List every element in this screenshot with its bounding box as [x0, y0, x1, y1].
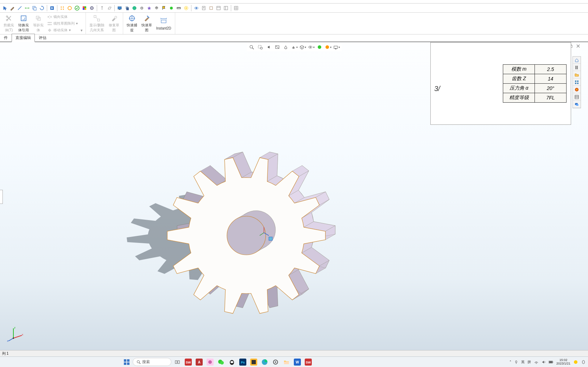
execute-icon[interactable] [49, 5, 56, 12]
settings-icon[interactable]: ▾ [333, 44, 340, 51]
instant2d-button[interactable]: Instant2D [154, 13, 173, 34]
tray-lang1[interactable]: 英 [521, 360, 525, 365]
color-icon[interactable] [81, 5, 88, 12]
settings-app-icon[interactable] [271, 358, 280, 367]
show-delete-label: 显示/删除 几何关系 [89, 23, 105, 33]
wifi-icon[interactable] [534, 360, 539, 364]
appearance-panel-icon[interactable] [573, 86, 581, 93]
svg-rect-65 [161, 20, 166, 23]
folder-icon[interactable] [573, 71, 581, 78]
zoom-area-icon[interactable] [257, 44, 264, 51]
forum-icon[interactable] [573, 101, 581, 108]
view-orient-icon[interactable] [282, 44, 290, 51]
mic-icon[interactable] [514, 360, 518, 364]
tab-direct-edit[interactable]: 直接编辑 [12, 34, 35, 42]
eye-icon[interactable] [193, 5, 200, 12]
scene-icon[interactable]: ▾ [324, 44, 332, 51]
check-icon[interactable] [74, 5, 81, 12]
rapid-icon [142, 14, 151, 22]
library-icon[interactable] [573, 64, 581, 71]
clip-app-icon[interactable] [205, 358, 215, 367]
svg-point-121 [208, 360, 212, 364]
circular-icon[interactable] [66, 5, 73, 12]
svg-rect-11 [84, 6, 86, 8]
display-style-icon[interactable]: ▾ [290, 44, 298, 51]
window-icon[interactable] [215, 5, 222, 12]
group-dropdown[interactable]: ▾ [79, 28, 84, 34]
zoom-fit-icon[interactable] [248, 44, 256, 51]
explorer-app-icon[interactable] [282, 358, 291, 367]
notification-icon[interactable] [573, 360, 578, 365]
tray-chevron-icon[interactable]: ˄ [510, 360, 511, 364]
svg-text:z: z [7, 339, 8, 342]
taskbar-search[interactable]: 搜索 [133, 358, 171, 366]
plane-icon[interactable] [106, 5, 113, 12]
autocad-app-icon[interactable]: A [194, 358, 204, 367]
gear-model[interactable] [113, 105, 366, 352]
qq-app-icon[interactable] [227, 358, 237, 367]
home-icon[interactable] [573, 57, 581, 64]
quick-snap-button[interactable]: 快速捕 捉 [125, 13, 139, 34]
layers-icon[interactable] [153, 5, 160, 12]
hud-toolbar: ▾ ▾ ▾ ▾ ▾ [247, 43, 342, 51]
gear-icon[interactable] [88, 5, 95, 12]
tray-lang2[interactable]: 拼 [527, 360, 531, 365]
pattern-icon [47, 21, 52, 26]
dimension-icon[interactable] [24, 5, 31, 12]
display-icon[interactable] [116, 5, 123, 12]
box-icon[interactable]: ▾ [299, 44, 306, 51]
status-bar-top: 列 1 [0, 350, 588, 356]
photoshop-app-icon[interactable]: Ps [238, 358, 248, 367]
properties-icon[interactable] [573, 94, 581, 101]
section-icon[interactable] [273, 44, 281, 51]
convert-ref-button[interactable]: 转换实 体引用 [16, 13, 31, 34]
copy-icon[interactable] [31, 5, 38, 12]
svg-rect-49 [21, 16, 26, 21]
tray-clock[interactable]: 15:02 2023/1/21 [556, 359, 570, 366]
clip-icon[interactable] [208, 5, 215, 12]
start-button[interactable] [122, 358, 132, 367]
viewport-3d[interactable]: ▾ ▾ ▾ ▾ ▾ 3/ 模数 m2.5 齿数 Z14 压力角 α20° 精度等… [0, 42, 588, 356]
globe-icon[interactable] [131, 5, 138, 12]
rapid-sketch-button[interactable]: 快速草 图 [139, 13, 154, 34]
wechat-app-icon[interactable] [216, 358, 226, 367]
task-view-icon[interactable] [172, 358, 182, 367]
volume-icon[interactable] [542, 360, 546, 364]
pycharm-app-icon[interactable] [249, 358, 259, 367]
left-panel-handle[interactable] [0, 190, 3, 204]
axis-icon[interactable] [99, 5, 106, 12]
dot-icon[interactable] [168, 5, 175, 12]
prev-view-icon[interactable] [265, 44, 273, 51]
edge-app-icon[interactable] [260, 358, 270, 367]
svg-text:Ps: Ps [241, 361, 245, 364]
shadow-icon[interactable] [124, 5, 131, 12]
panel-icon[interactable] [222, 5, 229, 12]
target-icon[interactable] [183, 5, 190, 12]
flag-icon[interactable] [160, 5, 167, 12]
select-icon[interactable] [1, 5, 8, 12]
pattern-icon[interactable] [59, 5, 66, 12]
reference-image-panel[interactable]: 3/ 模数 m2.5 齿数 Z14 压力角 α20° 精度等级7FL [430, 42, 571, 125]
coordinate-triad[interactable]: y x z [7, 325, 25, 342]
star-icon[interactable] [146, 5, 153, 12]
tab-evaluate[interactable]: 评估 [35, 34, 50, 41]
tab-feature[interactable]: 件 [0, 34, 12, 41]
word-app-icon[interactable]: W [292, 358, 302, 367]
gear2-icon[interactable] [138, 5, 145, 12]
rotate-icon[interactable] [38, 5, 45, 12]
battery-icon[interactable] [549, 360, 554, 364]
svg-point-56 [49, 24, 50, 25]
line-icon[interactable] [16, 5, 23, 12]
appearance-icon[interactable] [316, 44, 323, 51]
sketch-icon[interactable] [9, 5, 16, 12]
solidworks-app-icon[interactable]: SW [183, 358, 193, 367]
solidworks2-app-icon[interactable]: SW [303, 358, 313, 367]
vp-close-icon[interactable] [575, 44, 581, 49]
ruler-icon[interactable] [175, 5, 182, 12]
hide-show-icon[interactable]: ▾ [307, 44, 315, 51]
view-palette-icon[interactable] [573, 79, 581, 86]
svg-text:W: W [296, 360, 299, 364]
table-icon[interactable] [233, 5, 240, 12]
doc-icon[interactable] [200, 5, 207, 12]
copilot-icon[interactable] [581, 360, 586, 365]
